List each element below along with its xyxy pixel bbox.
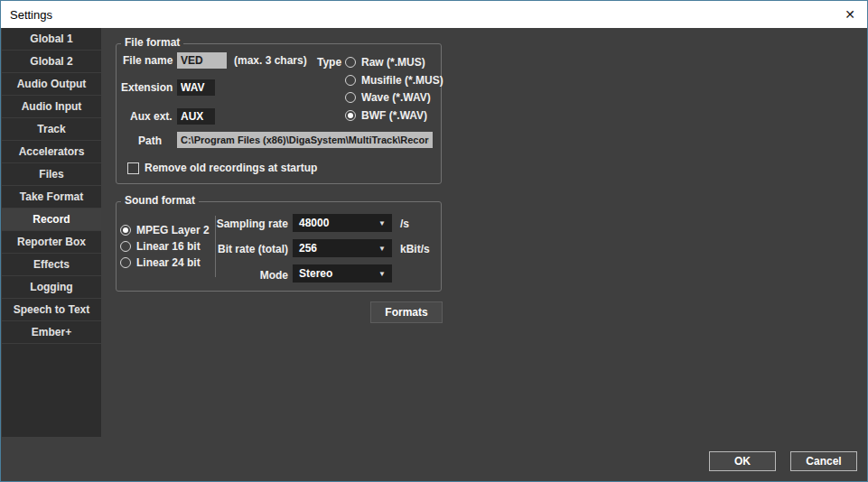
sidebar-item-global-2[interactable]: Global 2	[2, 51, 101, 73]
file-name-hint: (max. 3 chars)	[234, 54, 307, 67]
radio-label: BWF (*.WAV)	[361, 109, 427, 122]
radio-icon	[120, 241, 131, 252]
radio-mpeg-layer-2[interactable]: MPEG Layer 2	[120, 223, 210, 237]
sidebar-item-global-1[interactable]: Global 1	[2, 28, 101, 51]
radio-linear-24-bit[interactable]: Linear 24 bit	[120, 255, 201, 270]
radio-label: Linear 24 bit	[136, 256, 201, 269]
extension-input[interactable]	[177, 79, 215, 96]
radio-musifile[interactable]: Musifile (*.MUS)	[345, 73, 443, 88]
type-label: Type	[317, 56, 341, 69]
radio-selected-icon	[345, 110, 356, 121]
mode-value: Stereo	[299, 267, 332, 280]
chevron-down-icon: ▼	[378, 270, 386, 278]
radio-icon	[345, 57, 356, 68]
sidebar-item-files[interactable]: Files	[2, 163, 101, 186]
sidebar-item-audio-output[interactable]: Audio Output	[2, 73, 101, 96]
radio-label: Linear 16 bit	[136, 240, 201, 253]
radio-label: MPEG Layer 2	[136, 224, 210, 236]
path-input[interactable]	[177, 132, 433, 148]
sidebar-item-logging[interactable]: Logging	[2, 276, 101, 299]
sidebar-item-record[interactable]: Record	[2, 209, 101, 231]
radio-selected-icon	[120, 225, 131, 236]
sidebar-item-audio-input[interactable]: Audio Input	[2, 96, 101, 118]
close-icon[interactable]: ✕	[845, 7, 855, 22]
extension-label: Extension	[121, 81, 173, 94]
remove-old-recordings-checkbox[interactable]: Remove old recordings at startup	[127, 161, 317, 175]
chevron-down-icon: ▼	[378, 219, 386, 227]
radio-icon	[345, 75, 356, 86]
checkbox-icon	[127, 162, 139, 174]
radio-raw[interactable]: Raw (*.MUS)	[345, 55, 425, 70]
sidebar-item-accelerators[interactable]: Accelerators	[2, 141, 101, 163]
radio-linear-16-bit[interactable]: Linear 16 bit	[120, 239, 201, 254]
radio-label: Wave (*.WAV)	[361, 91, 431, 104]
chevron-down-icon: ▼	[378, 245, 386, 253]
bit-rate-dropdown[interactable]: 256 ▼	[293, 239, 392, 257]
bit-rate-unit: kBit/s	[400, 243, 430, 255]
sampling-rate-unit: /s	[400, 218, 409, 230]
titlebar: Settings ✕	[1, 1, 867, 28]
formats-button[interactable]: Formats	[370, 301, 443, 323]
cancel-button[interactable]: Cancel	[790, 451, 857, 471]
radio-label: Musifile (*.MUS)	[361, 74, 443, 87]
sampling-rate-label: Sampling rate	[209, 218, 288, 230]
file-name-input[interactable]	[177, 52, 227, 69]
aux-ext-input[interactable]	[177, 108, 215, 125]
radio-icon	[345, 92, 356, 103]
sidebar-item-effects[interactable]: Effects	[2, 254, 101, 276]
sampling-rate-value: 48000	[299, 217, 329, 229]
radio-bwf[interactable]: BWF (*.WAV)	[345, 108, 427, 123]
bit-rate-value: 256	[299, 242, 317, 255]
checkbox-label: Remove old recordings at startup	[145, 162, 317, 174]
sidebar-item-speech-to-text[interactable]: Speech to Text	[2, 299, 101, 321]
path-label: Path	[138, 134, 162, 147]
file-format-legend: File format	[121, 37, 183, 49]
sidebar: Global 1 Global 2 Audio Output Audio Inp…	[2, 28, 101, 437]
radio-icon	[120, 257, 131, 268]
sidebar-item-take-format[interactable]: Take Format	[2, 186, 101, 209]
sidebar-item-track[interactable]: Track	[2, 118, 101, 141]
file-name-label: File name	[123, 54, 173, 67]
sound-format-legend: Sound format	[121, 195, 199, 207]
radio-label: Raw (*.MUS)	[361, 56, 425, 69]
aux-ext-label: Aux ext.	[130, 110, 173, 123]
mode-dropdown[interactable]: Stereo ▼	[293, 264, 392, 283]
ok-button[interactable]: OK	[709, 451, 776, 471]
sampling-rate-dropdown[interactable]: 48000 ▼	[293, 214, 392, 232]
bit-rate-label: Bit rate (total)	[209, 243, 288, 255]
radio-wave[interactable]: Wave (*.WAV)	[345, 90, 431, 105]
sidebar-item-ember[interactable]: Ember+	[2, 321, 101, 344]
sidebar-item-reporter-box[interactable]: Reporter Box	[2, 231, 101, 254]
window-title: Settings	[10, 8, 52, 22]
settings-window: Settings ✕ Global 1 Global 2 Audio Outpu…	[0, 0, 868, 482]
mode-label: Mode	[209, 269, 288, 282]
